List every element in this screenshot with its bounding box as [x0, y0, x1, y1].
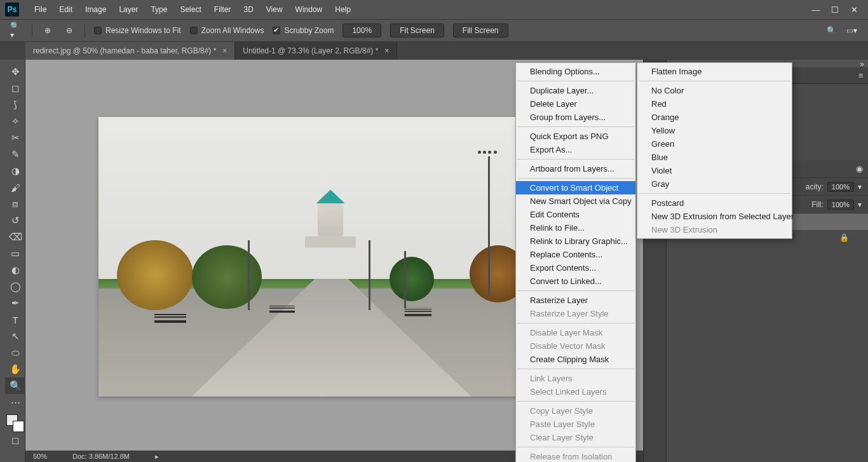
clone-stamp-tool-icon[interactable]: ⧈ [5, 196, 25, 212]
context-menu-item[interactable]: Rasterize Layer [516, 294, 635, 307]
lock-icon[interactable]: 🔒 [839, 233, 849, 242]
menu-item[interactable]: View [260, 3, 289, 17]
separator [517, 178, 634, 179]
context-menu-item[interactable]: Blue [637, 151, 792, 164]
context-menu-item[interactable]: Convert to Smart Object [516, 181, 635, 194]
brush-tool-icon[interactable]: 🖌 [5, 179, 25, 196]
color-swatches[interactable] [6, 414, 24, 432]
dodge-tool-icon[interactable]: ◯ [5, 278, 25, 295]
status-zoom: 50% [33, 452, 47, 460]
chevron-down-icon[interactable]: ▾ [858, 182, 862, 191]
zoom-tool-icon[interactable]: 🔍 [5, 377, 25, 394]
chevron-down-icon[interactable]: ▾ [858, 200, 862, 209]
close-button[interactable]: ✕ [849, 4, 859, 15]
restore-button[interactable]: ☐ [830, 4, 840, 15]
context-menu-item: Disable Layer Mask [516, 326, 635, 339]
context-menu-item[interactable]: Relink to File... [516, 221, 635, 234]
context-menu-item[interactable]: Blending Options... [516, 65, 635, 78]
context-menu-item[interactable]: Postcard [637, 196, 792, 210]
context-menu-item[interactable]: Violet [637, 164, 792, 177]
status-doc-size: Doc: 3.86M/12.8M [72, 452, 130, 460]
context-menu-item[interactable]: Flatten Image [637, 65, 792, 78]
document-tab[interactable]: Untitled-1 @ 73.3% (Layer 2, RGB/8#) * × [235, 42, 397, 60]
gradient-tool-icon[interactable]: ▭ [5, 245, 25, 262]
type-tool-icon[interactable]: T [5, 311, 25, 328]
fit-screen-button[interactable]: Fit Screen [390, 24, 444, 37]
eyedropper-tool-icon[interactable]: ✎ [5, 146, 25, 163]
zoom-tool-icon[interactable]: 🔍▾ [10, 24, 23, 37]
resize-windows-label: Resize Windows to Fit [105, 26, 181, 35]
menu-item[interactable]: Help [329, 3, 357, 17]
fill-field[interactable]: 100% [827, 200, 854, 210]
document-tab[interactable]: redirect.jpg @ 50% (hamedan - baba taher… [25, 42, 235, 60]
magic-wand-tool-icon[interactable]: ✧ [5, 113, 25, 130]
resize-windows-checkbox[interactable]: Resize Windows to Fit [94, 26, 181, 35]
history-brush-tool-icon[interactable]: ↺ [5, 212, 25, 229]
quick-mask-icon[interactable]: ◻ [5, 432, 25, 449]
marquee-tool-icon[interactable]: ◻ [5, 80, 25, 97]
context-menu-item[interactable]: Delete Layer [516, 97, 635, 111]
context-menu-item[interactable]: Quick Export as PNG [516, 130, 635, 143]
context-menu-item[interactable]: Yellow [637, 124, 792, 137]
close-icon[interactable]: × [222, 46, 227, 55]
context-menu-item[interactable]: Artboard from Layers... [516, 162, 635, 175]
context-menu-item[interactable]: Edit Contents [516, 208, 635, 221]
scrubby-zoom-checkbox[interactable]: Scrubby Zoom [273, 26, 334, 35]
separator [517, 81, 634, 81]
zoom-all-checkbox[interactable]: Zoom All Windows [190, 26, 264, 35]
context-menu-item[interactable]: Duplicate Layer... [516, 84, 635, 97]
menu-item[interactable]: Image [79, 3, 112, 17]
menu-item[interactable]: 3D [237, 3, 259, 17]
context-menu-item[interactable]: Export As... [516, 143, 635, 156]
menu-item[interactable]: Edit [53, 3, 79, 17]
context-menu-item[interactable]: Red [637, 97, 792, 111]
menu-item[interactable]: File [28, 3, 53, 17]
context-menu-item[interactable]: Replace Contents... [516, 248, 635, 261]
context-menu-item[interactable]: No Color [637, 84, 792, 97]
pen-tool-icon[interactable]: ✒ [5, 295, 25, 311]
shape-tool-icon[interactable]: ⬭ [5, 344, 25, 361]
status-arrow-icon[interactable]: ▸ [155, 452, 159, 461]
fill-screen-button[interactable]: Fill Screen [453, 24, 508, 37]
zoom-out-icon[interactable]: ⊖ [63, 24, 76, 37]
separator [517, 401, 634, 402]
context-menu-item[interactable]: Create Clipping Mask [516, 353, 635, 366]
search-icon[interactable]: 🔍 [825, 24, 837, 37]
crop-tool-icon[interactable]: ✂ [5, 130, 25, 146]
lasso-tool-icon[interactable]: ⟆ [5, 97, 25, 113]
context-menu-item[interactable]: Convert to Linked... [516, 275, 635, 288]
context-menu-item[interactable]: Green [637, 137, 792, 151]
edit-toolbar-icon[interactable]: ⋯ [5, 394, 25, 411]
blur-tool-icon[interactable]: ◐ [5, 262, 25, 278]
context-menu-item[interactable]: Orange [637, 111, 792, 124]
separator [517, 159, 634, 160]
context-menu-item[interactable]: Group from Layers... [516, 111, 635, 124]
menu-item[interactable]: Filter [208, 3, 238, 17]
context-menu-item[interactable]: New Smart Object via Copy [516, 194, 635, 208]
move-tool-icon[interactable]: ✥ [5, 64, 25, 80]
menu-item[interactable]: Select [173, 3, 207, 17]
context-menu-item[interactable]: Gray [637, 177, 792, 191]
healing-brush-tool-icon[interactable]: ◑ [5, 163, 25, 179]
minimize-button[interactable]: — [811, 4, 821, 15]
separator [517, 447, 634, 447]
zoom-level-field[interactable]: 100% [342, 24, 381, 37]
workspace-switcher-icon[interactable]: ▭▾ [845, 24, 858, 37]
hand-tool-icon[interactable]: ✋ [5, 361, 25, 377]
zoom-in-icon[interactable]: ⊕ [41, 24, 54, 37]
eraser-tool-icon[interactable]: ⌫ [5, 229, 25, 245]
path-selection-tool-icon[interactable]: ↖ [5, 328, 25, 344]
menu-item[interactable]: Layer [112, 3, 144, 17]
context-menu-item[interactable]: Export Contents... [516, 261, 635, 275]
opacity-field[interactable]: 100% [827, 182, 854, 192]
panel-menu-icon[interactable]: ≡ [853, 71, 868, 80]
document-tab-strip: redirect.jpg @ 50% (hamedan - baba taher… [0, 42, 868, 60]
close-icon[interactable]: × [384, 46, 389, 55]
zoom-all-label: Zoom All Windows [201, 26, 264, 35]
layer-filter-toggle-icon[interactable]: ◉ [856, 164, 863, 173]
context-menu-item[interactable]: New 3D Extrusion from Selected Layer [637, 210, 792, 223]
context-menu-item[interactable]: Relink to Library Graphic... [516, 234, 635, 248]
menu-item[interactable]: Window [289, 3, 329, 17]
menu-item[interactable]: Type [144, 3, 173, 17]
context-menu-item: Disable Vector Mask [516, 339, 635, 353]
